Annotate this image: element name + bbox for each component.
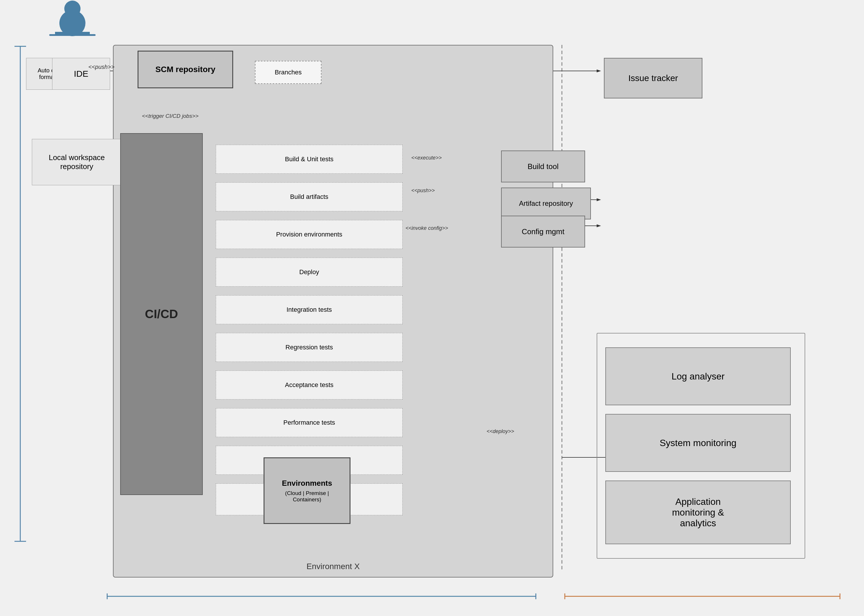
acceptance-tests-box: Acceptance tests bbox=[216, 371, 403, 399]
monitoring-outer-box bbox=[596, 333, 805, 559]
cicd-label: CI/CD bbox=[145, 307, 178, 321]
scm-repository-box: SCM repository bbox=[138, 51, 233, 88]
build-artifacts-box: Build artifacts bbox=[216, 182, 403, 211]
acceptance-tests-label: Acceptance tests bbox=[285, 381, 334, 389]
performance-tests-label: Performance tests bbox=[283, 419, 335, 426]
branches-label: Branches bbox=[275, 69, 302, 76]
svg-point-1 bbox=[64, 1, 80, 17]
provision-environments-box: Provision environments bbox=[216, 220, 403, 249]
cicd-box: CI/CD bbox=[120, 133, 203, 495]
environments-box: Environments (Cloud | Premise | Containe… bbox=[264, 457, 351, 524]
performance-tests-box: Performance tests bbox=[216, 408, 403, 437]
build-artifacts-label: Build artifacts bbox=[290, 193, 328, 201]
regression-tests-box: Regression tests bbox=[216, 333, 403, 362]
local-workspace-box: Local workspace repository bbox=[32, 139, 122, 185]
environments-label: Environments bbox=[282, 479, 332, 488]
build-unit-tests-box: Build & Unit tests bbox=[216, 145, 403, 174]
ide-label: IDE bbox=[74, 69, 88, 79]
ide-box: IDE bbox=[52, 58, 110, 90]
integration-tests-box: Integration tests bbox=[216, 295, 403, 324]
deploy-arrow-label: <<deploy>> bbox=[486, 428, 514, 435]
environments-sub-label: (Cloud | Premise | Containers) bbox=[285, 490, 329, 503]
deploy-box: Deploy bbox=[216, 258, 403, 287]
issue-tracker-box: Issue tracker bbox=[604, 58, 702, 98]
svg-rect-2 bbox=[55, 32, 90, 34]
developer-figure bbox=[49, 1, 96, 36]
build-tool-label: Build tool bbox=[528, 162, 559, 171]
push-artifacts-label: <<push>> bbox=[411, 188, 435, 194]
artifact-repository-label: Artifact repository bbox=[519, 200, 573, 207]
push-label: <<push>> bbox=[88, 64, 115, 70]
local-workspace-label: Local workspace repository bbox=[49, 153, 105, 171]
env-x-label: Environment X bbox=[307, 562, 360, 571]
scm-repository-label: SCM repository bbox=[156, 65, 216, 74]
integration-tests-label: Integration tests bbox=[286, 306, 332, 313]
config-mgmt-label: Config mgmt bbox=[522, 227, 564, 236]
svg-rect-3 bbox=[49, 34, 96, 36]
svg-marker-17 bbox=[596, 69, 601, 72]
build-unit-tests-label: Build & Unit tests bbox=[285, 156, 334, 163]
regression-tests-label: Regression tests bbox=[286, 344, 333, 351]
artifact-repository-box: Artifact repository bbox=[501, 188, 591, 219]
deploy-label: Deploy bbox=[299, 268, 319, 276]
svg-marker-28 bbox=[596, 224, 601, 227]
issue-tracker-label: Issue tracker bbox=[628, 73, 678, 83]
provision-environments-label: Provision environments bbox=[276, 231, 342, 238]
svg-marker-26 bbox=[596, 198, 601, 201]
config-mgmt-box: Config mgmt bbox=[501, 216, 585, 247]
invoke-config-label: <<invoke config>> bbox=[406, 225, 448, 231]
svg-point-0 bbox=[59, 10, 85, 36]
diagram-area: Environment X Auto code formatter IDE Lo… bbox=[0, 0, 864, 616]
execute-label: <<execute>> bbox=[411, 155, 442, 161]
build-tool-box: Build tool bbox=[501, 151, 585, 182]
trigger-cicd-label: <<trigger CI/CD jobs>> bbox=[142, 113, 198, 119]
branches-box: Branches bbox=[255, 61, 321, 84]
